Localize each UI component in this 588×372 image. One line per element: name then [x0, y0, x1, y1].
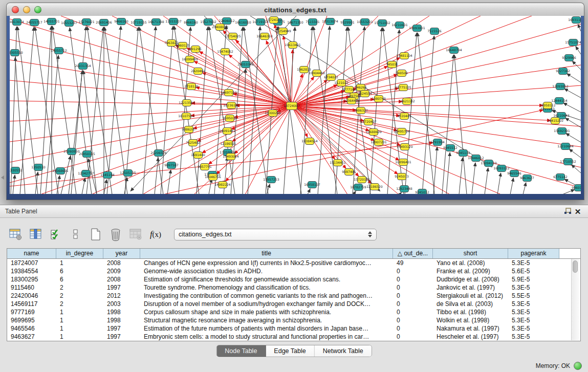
graph-node-label: 16210601 [391, 23, 408, 27]
column-header-name[interactable]: name [7, 249, 56, 258]
graph-node-label: 11568691 [52, 169, 69, 172]
table-row[interactable]: 1872400712008Changes of HCN gene express… [7, 259, 580, 267]
graph-node-label: 17710552 [560, 160, 576, 163]
memory-status-indicator [574, 362, 582, 370]
graph-node-label: 12210644 [557, 144, 574, 148]
graph-node-label: 10553201 [357, 20, 373, 24]
table-cell-title: Changes of HCN gene expression and I(f) … [140, 259, 393, 267]
panel-collapse-arrow-icon[interactable] [1, 176, 4, 180]
table-cell-short: de Silva et al. (2003) [433, 300, 508, 308]
table-cell-in_degree: 6 [56, 275, 103, 283]
table-row[interactable]: 946554611997Estimation of the future num… [7, 324, 580, 333]
table-cell-name: 9777169 [7, 308, 56, 316]
graph-node-label: 1145194 [100, 173, 115, 177]
graph-node-label: 15134451 [330, 161, 346, 164]
show-columns-icon[interactable] [28, 227, 43, 242]
graph-node-label: 15751002 [374, 21, 390, 25]
graph-node-label: 1691440 [191, 153, 205, 157]
tab-edge-table[interactable]: Edge Table [266, 345, 314, 357]
close-window-button[interactable] [12, 6, 19, 13]
column-header-short[interactable]: short [433, 249, 508, 258]
table-row[interactable]: 1938455462009Genome-wide association stu… [7, 267, 580, 275]
table-cell-pagerank: 5.3E-5 [508, 308, 559, 316]
graph-node-label: 12213564 [179, 101, 195, 104]
graph-node-label: 16093112 [493, 166, 510, 170]
close-panel-icon[interactable]: ✕ [573, 207, 583, 216]
zoom-window-button[interactable] [34, 6, 41, 13]
column-header-out_degree[interactable]: △ out_de... [393, 249, 433, 258]
table-cell-year: 2009 [103, 267, 140, 275]
table-row[interactable]: 1830029562008Estimation of significance … [7, 275, 580, 283]
float-panel-icon[interactable] [562, 207, 573, 216]
table-row[interactable]: 1456911722003Disruption of a novel membe… [7, 300, 580, 308]
column-header-year[interactable]: year [103, 249, 140, 258]
table-row[interactable]: 969969511998Structural magnetic resonanc… [7, 316, 580, 324]
graph-node-label: 12754025 [225, 34, 241, 38]
column-header-pagerank[interactable]: pagerank [508, 249, 559, 258]
graph-node-label: 12186520 [366, 185, 383, 188]
table-cell-name: 22420046 [7, 292, 56, 300]
table-cell-short: Stergiakouli et al. (2012) [433, 292, 508, 300]
network-window: citations_edges.txt 88130742405571714055… [6, 3, 584, 200]
network-view[interactable]: 8813074240557171405570110553287152760212… [10, 16, 581, 194]
graph-node-label: 10896401 [395, 160, 411, 164]
graph-node-label: 6775142 [553, 175, 568, 179]
table-scrollbar-thumb[interactable] [573, 260, 578, 273]
table-settings-icon[interactable] [8, 227, 24, 242]
graph-node-label: 18313074 [322, 19, 338, 23]
table-header-row: namein_degreeyeartitle△ out_de...shortpa… [7, 249, 580, 259]
graph-node-label: 14055701 [43, 19, 60, 23]
graph-node-label: 13305510 [10, 51, 23, 54]
graph-node-label: 20364456 [343, 99, 360, 102]
table-cell-pagerank: 5.3E-5 [508, 316, 559, 324]
table-cell-out_degree: 0 [393, 275, 433, 283]
minimize-window-button[interactable] [23, 6, 30, 13]
select-rows-icon[interactable] [48, 227, 63, 242]
table-cell-year: 1997 [103, 324, 140, 333]
graph-node-label: 9245112 [456, 151, 470, 155]
graph-node-label: 7515501 [306, 20, 320, 24]
graph-node-label: 15094110 [481, 161, 497, 165]
table-cell-name: 18300295 [7, 275, 56, 283]
graph-node-label: 11621102 [399, 99, 415, 103]
graph-node-label: 15724102 [266, 18, 282, 21]
table-row[interactable]: 977716911998Corpus callosum shape and si… [7, 308, 580, 316]
graph-node-label: 9329966 [562, 56, 576, 59]
table-cell-short: Tibbo et al. (1998) [433, 308, 508, 316]
table-cell-year: 1997 [103, 283, 140, 292]
graph-node-label: 18300295 [265, 111, 281, 115]
column-header-title[interactable]: title [140, 249, 393, 258]
table-row[interactable]: 2242004622012Investigating the contribut… [7, 292, 580, 300]
graph-node-label: 9329901 [340, 20, 355, 24]
graph-node-label: 1350510 [31, 165, 46, 169]
graph-node-label: 15493120 [397, 145, 413, 148]
table-source-dropdown[interactable]: citations_edges.txt [174, 229, 377, 240]
graph-node-label: 19613401 [285, 43, 301, 47]
table-cell-out_degree: 49 [393, 259, 433, 267]
tab-node-table[interactable]: Node Table [216, 345, 266, 357]
delete-icon[interactable] [108, 227, 123, 242]
graph-node-label: 19904448 [309, 71, 325, 75]
new-file-icon[interactable] [88, 227, 103, 242]
table-row[interactable]: 911546021997Tourette syndrome. Phenomeno… [7, 283, 580, 292]
delete-table-icon-disabled[interactable] [128, 227, 143, 242]
graph-node-label: 9960125 [176, 43, 190, 47]
graph-node-label: 9777169 [342, 87, 356, 91]
graph-node-label: 18107554 [178, 114, 194, 118]
table-scrollbar[interactable] [571, 259, 579, 340]
table-cell-pagerank: 5.3E-5 [508, 324, 559, 333]
table-row[interactable]: 946362711997Embryonic stem cells: a mode… [7, 333, 580, 341]
table-cell-year: 1998 [103, 308, 140, 316]
table-cell-short: Hescheler et al. (1997) [433, 333, 508, 341]
traffic-lights [12, 3, 41, 16]
tab-network-table[interactable]: Network Table [315, 345, 372, 357]
node-table: namein_degreeyeartitle△ out_de...shortpa… [7, 248, 581, 341]
graph-node-label: 10719155 [130, 20, 147, 24]
graph-node-label: 16091441 [219, 129, 235, 133]
window-titlebar[interactable]: citations_edges.txt [6, 3, 584, 17]
function-builder-icon[interactable]: f(x) [148, 227, 163, 242]
column-header-in_degree[interactable]: in_degree [56, 249, 103, 258]
row-height-icon[interactable] [68, 227, 83, 242]
graph-node-label: 9097401 [342, 170, 356, 173]
graph-node-label: 1962813 [297, 68, 311, 71]
